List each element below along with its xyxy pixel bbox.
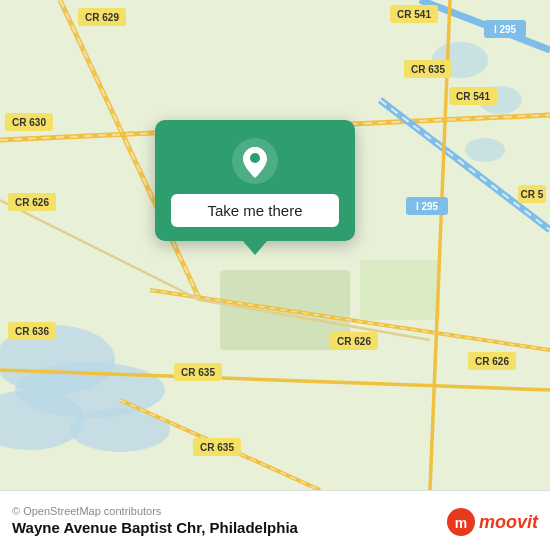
- map-svg: CR 629 CR 541 I 295 CR 630 CR 635 CR 541…: [0, 0, 550, 490]
- svg-text:CR 635: CR 635: [411, 64, 445, 75]
- bottom-bar: © OpenStreetMap contributors Wayne Avenu…: [0, 490, 550, 550]
- svg-text:CR 635: CR 635: [181, 367, 215, 378]
- svg-text:CR 636: CR 636: [15, 326, 49, 337]
- svg-text:CR 629: CR 629: [85, 12, 119, 23]
- svg-point-7: [465, 138, 505, 162]
- svg-text:CR 5: CR 5: [521, 189, 544, 200]
- map-container: CR 629 CR 541 I 295 CR 630 CR 635 CR 541…: [0, 0, 550, 490]
- moovit-bus-icon: m: [447, 508, 475, 536]
- svg-text:CR 630: CR 630: [12, 117, 46, 128]
- svg-text:CR 635: CR 635: [200, 442, 234, 453]
- moovit-logo: m moovit: [447, 508, 538, 536]
- svg-rect-9: [360, 260, 440, 320]
- take-me-there-button[interactable]: Take me there: [171, 194, 339, 227]
- svg-text:I 295: I 295: [416, 201, 439, 212]
- svg-point-55: [250, 153, 260, 163]
- svg-text:I 295: I 295: [494, 24, 517, 35]
- svg-text:CR 541: CR 541: [397, 9, 431, 20]
- moovit-text: moovit: [479, 512, 538, 533]
- svg-text:CR 626: CR 626: [337, 336, 371, 347]
- svg-text:CR 626: CR 626: [15, 197, 49, 208]
- location-pin-icon: [232, 138, 278, 184]
- svg-text:CR 626: CR 626: [475, 356, 509, 367]
- popup-card: Take me there: [155, 120, 355, 241]
- svg-text:m: m: [455, 515, 467, 531]
- svg-text:CR 541: CR 541: [456, 91, 490, 102]
